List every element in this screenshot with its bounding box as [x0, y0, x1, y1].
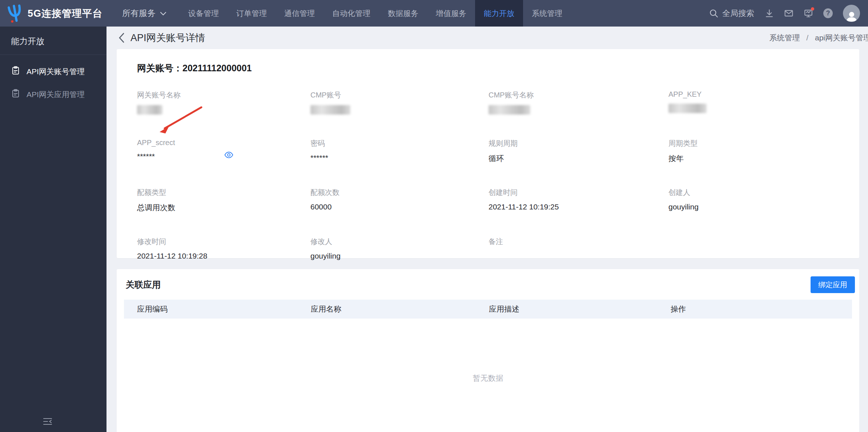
- gateway-account-title: 网关账号：20211112000001: [137, 62, 839, 74]
- field-value: 60000: [310, 203, 489, 211]
- clipboard-icon: [11, 66, 20, 77]
- table-header-1: 应用名称: [311, 304, 489, 314]
- related-apps-table-header: 应用编码应用名称应用描述操作: [124, 300, 852, 319]
- nav-item-7[interactable]: 系统管理: [523, 0, 571, 27]
- monitor-notifications-icon[interactable]: [804, 9, 813, 18]
- notification-badge-dot: [811, 7, 814, 11]
- detail-field-r3c2: 备注: [489, 237, 668, 260]
- field-value: gouyiling: [310, 252, 489, 260]
- redacted-value-blur: [310, 105, 350, 115]
- field-label: 周期类型: [668, 139, 839, 148]
- table-header-2: 应用描述: [489, 304, 671, 314]
- detail-field-r2c3: 创建人gouyiling: [668, 188, 839, 213]
- related-apps-card: 关联应用 绑定应用 应用编码应用名称应用描述操作 暂无数据: [117, 269, 859, 432]
- nav-item-3[interactable]: 自动化管理: [324, 0, 379, 27]
- detail-field-r1c3: 周期类型按年: [668, 139, 839, 164]
- nav-item-4[interactable]: 数据服务: [379, 0, 427, 27]
- field-value: ******: [137, 152, 310, 161]
- mail-icon[interactable]: [784, 9, 793, 18]
- sidebar-item-label: API网关账号管理: [27, 67, 85, 77]
- sidebar-items: API网关账号管理 API网关应用管理: [0, 55, 107, 106]
- detail-field-r0c0: 网关账号名称: [137, 90, 310, 115]
- field-value: gouyiling: [668, 203, 839, 211]
- back-icon[interactable]: [118, 32, 125, 43]
- detail-field-r1c0: APP_screct******: [137, 139, 310, 164]
- help-icon[interactable]: ?: [823, 9, 833, 18]
- field-label: 创建人: [668, 188, 839, 197]
- field-value: 总调用次数: [137, 203, 310, 213]
- topnav-right-cluster: 全局搜索 ?: [709, 5, 868, 22]
- field-value: 按年: [668, 153, 839, 164]
- nav-item-2[interactable]: 通信管理: [276, 0, 324, 27]
- topnav-items: 设备管理订单管理通信管理自动化管理数据服务增值服务能力开放系统管理: [180, 0, 571, 27]
- page-title-text: API网关账号详情: [130, 31, 205, 44]
- detail-field-r0c3: APP_KEY: [668, 90, 839, 115]
- all-services-menu[interactable]: 所有服务: [122, 8, 166, 19]
- sidebar: 能力开放 API网关账号管理 API网关应用管理: [0, 27, 107, 432]
- breadcrumb-current: api网关账号管理: [815, 33, 868, 42]
- detail-field-empty: [668, 237, 839, 260]
- detail-field-r1c2: 规则周期循环: [489, 139, 668, 164]
- detail-field-r3c1: 修改人gouyiling: [310, 237, 489, 260]
- nav-item-0[interactable]: 设备管理: [180, 0, 228, 27]
- nav-item-6[interactable]: 能力开放: [475, 0, 523, 27]
- table-header-0: 应用编码: [137, 304, 311, 314]
- breadcrumb: 系统管理 / api网关账号管理: [769, 33, 868, 43]
- top-navbar: 5G连接管理平台 所有服务 设备管理订单管理通信管理自动化管理数据服务增值服务能…: [0, 0, 868, 27]
- nav-item-1[interactable]: 订单管理: [228, 0, 276, 27]
- detail-field-r3c0: 修改时间2021-11-12 10:19:28: [137, 237, 310, 260]
- table-header-3: 操作: [671, 304, 839, 314]
- field-value: 循环: [489, 153, 668, 164]
- page-title: API网关账号详情: [118, 31, 205, 44]
- related-apps-header: 关联应用 绑定应用: [117, 269, 859, 300]
- field-label: 创建时间: [489, 188, 668, 197]
- global-search-label: 全局搜索: [722, 8, 754, 19]
- field-label: 配额类型: [137, 188, 310, 197]
- gateway-account-detail-card: 网关账号：20211112000001 网关账号名称CMP账号CMP账号名称AP…: [117, 49, 859, 258]
- field-label: 配额次数: [310, 188, 489, 197]
- search-icon: [709, 9, 719, 18]
- user-avatar[interactable]: [843, 5, 860, 22]
- main-content: API网关账号详情 系统管理 / api网关账号管理 网关账号：20211112…: [107, 27, 868, 432]
- detail-field-r2c0: 配额类型总调用次数: [137, 188, 310, 213]
- clipboard-icon: [11, 89, 20, 100]
- breadcrumb-root[interactable]: 系统管理: [769, 33, 800, 42]
- bind-app-button[interactable]: 绑定应用: [811, 276, 855, 293]
- page-header: API网关账号详情 系统管理 / api网关账号管理: [107, 27, 868, 49]
- sidebar-collapse-icon[interactable]: [43, 417, 52, 427]
- detail-fields-grid: 网关账号名称CMP账号CMP账号名称APP_KEYAPP_screct*****…: [137, 90, 839, 284]
- redacted-value-blur: [137, 105, 162, 115]
- redacted-value-blur: [489, 105, 530, 115]
- download-icon[interactable]: [764, 9, 774, 18]
- app-logo[interactable]: 5G连接管理平台: [0, 4, 103, 23]
- detail-field-r2c2: 创建时间2021-11-12 10:19:25: [489, 188, 668, 213]
- sidebar-item-label: API网关应用管理: [27, 89, 85, 100]
- breadcrumb-separator: /: [806, 33, 808, 42]
- logo-icon: [7, 4, 23, 23]
- chevron-down-icon: [160, 8, 166, 18]
- sidebar-section-title: 能力开放: [0, 27, 107, 55]
- eye-icon[interactable]: [224, 152, 233, 158]
- nav-item-5[interactable]: 增值服务: [427, 0, 475, 27]
- field-label: APP_KEY: [668, 90, 839, 99]
- field-label: 备注: [489, 237, 668, 247]
- field-value: 2021-11-12 10:19:28: [137, 252, 310, 260]
- field-label: APP_screct: [137, 139, 310, 147]
- empty-state-text: 暂无数据: [117, 373, 859, 383]
- field-label: CMP账号: [310, 90, 489, 100]
- sidebar-item-1[interactable]: API网关应用管理: [0, 83, 107, 106]
- field-label: 修改时间: [137, 237, 310, 247]
- redacted-value-blur: [668, 104, 707, 113]
- sidebar-item-0[interactable]: API网关账号管理: [0, 60, 107, 83]
- field-label: 网关账号名称: [137, 90, 310, 100]
- app-title: 5G连接管理平台: [28, 7, 103, 20]
- global-search[interactable]: 全局搜索: [709, 8, 754, 19]
- detail-field-r2c1: 配额次数60000: [310, 188, 489, 213]
- detail-field-r1c1: 密码******: [310, 139, 489, 164]
- field-label: 规则周期: [489, 139, 668, 148]
- detail-field-r0c2: CMP账号名称: [489, 90, 668, 115]
- field-value: ******: [310, 153, 489, 162]
- all-services-label: 所有服务: [122, 8, 156, 19]
- field-value: 2021-11-12 10:19:25: [489, 203, 668, 211]
- detail-field-r0c1: CMP账号: [310, 90, 489, 115]
